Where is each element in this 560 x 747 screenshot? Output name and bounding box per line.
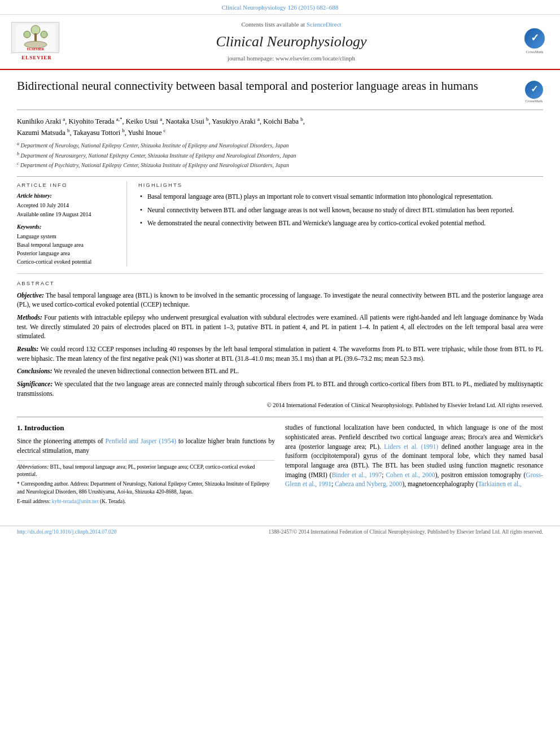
article-crossmark[interactable]: ✓ CrossMark (525, 81, 543, 104)
abstract-section: ABSTRACT Objective: The basal temporal l… (17, 273, 543, 410)
article-title-section: Bidirectional neural connectivity betwee… (17, 78, 543, 111)
intro-left-para: Since the pioneering attempts of Penfiel… (17, 436, 275, 455)
keyword-3: Posterior language area (17, 250, 119, 257)
keywords-label: Keywords: (17, 223, 119, 231)
abstract-significance: Significance: We speculated that the two… (17, 379, 543, 398)
keyword-4: Cortico-cortical evoked potential (17, 258, 119, 266)
highlight-item-2: Neural connectivity between BTL and othe… (138, 206, 543, 215)
available-date: Available online 19 August 2014 (17, 211, 119, 219)
crossmark-icon: ✓ (524, 28, 545, 49)
svg-point-4 (41, 31, 47, 38)
footnote-abbrev: Abbreviations: BTL, basal temporal langu… (17, 464, 275, 479)
elsevier-logo-image: ELSEVIER (11, 22, 59, 53)
keyword-2: Basal temporal language area (17, 241, 119, 249)
accepted-date: Accepted 10 July 2014 (17, 202, 119, 209)
intro-number: 1. (17, 423, 23, 432)
cohen-link[interactable]: Cohen et al., 2000 (386, 471, 435, 478)
article-title: Bidirectional neural connectivity betwee… (17, 78, 519, 94)
doi-link[interactable]: http://dx.doi.org/10.1016/j.clinph.2014.… (17, 528, 116, 536)
introduction-section: 1. Introduction Since the pioneering att… (17, 423, 543, 507)
email-link[interactable]: kyht-terada@unin.net (52, 499, 99, 504)
crossmark-badge-label: CrossMark (525, 99, 543, 104)
intro-right-para: studies of functional localization have … (285, 423, 543, 489)
cabeza-link[interactable]: Cabeza and Nyberg, 2000 (335, 480, 402, 487)
footer-bar: http://dx.doi.org/10.1016/j.clinph.2014.… (0, 526, 560, 538)
footnote-corresponding: * Corresponding author. Address: Departm… (17, 480, 275, 496)
intro-left: 1. Introduction Since the pioneering att… (17, 423, 275, 507)
article-info-label: ARTICLE INFO (17, 181, 119, 189)
abstract-results: Results: We could record 132 CCEP respon… (17, 344, 543, 363)
footnote-area: Abbreviations: BTL, basal temporal langu… (17, 460, 275, 506)
journal-center-info: Contents lists available at ScienceDirec… (62, 20, 520, 63)
svg-point-1 (31, 25, 40, 34)
crossmark-badge[interactable]: ✓ CrossMark (520, 28, 549, 55)
keyword-1: Language system (17, 233, 119, 241)
tarkiainen-link[interactable]: Tarkiainen et al., (478, 480, 522, 487)
highlights-label: HIGHLIGHTS (138, 181, 543, 189)
authors-section: Kunihiko Araki a, Kiyohito Terada a,*, K… (17, 116, 543, 138)
sciencedirect-link[interactable]: ScienceDirect (307, 21, 342, 28)
contents-line: Contents lists available at ScienceDirec… (62, 20, 520, 29)
svg-point-3 (24, 31, 30, 38)
authors-line: Kunihiko Araki a, Kiyohito Terada a,*, K… (17, 116, 543, 138)
abstract-methods: Methods: Four patients with intractable … (17, 313, 543, 341)
highlights-list: Basal temporal language area (BTL) plays… (138, 192, 543, 227)
crossmark-badge-icon: ✓ (525, 81, 543, 99)
journal-citation: Clinical Neurophysiology 126 (2015) 682–… (222, 4, 339, 11)
abstract-objective: Objective: The basal temporal language a… (17, 291, 543, 309)
svg-rect-2 (34, 33, 37, 41)
affiliation-c: c Department of Psychiatry, National Epi… (17, 160, 543, 169)
elsevier-logo: ELSEVIER ELSEVIER (11, 22, 62, 62)
info-highlights-section: ARTICLE INFO Article history: Accepted 1… (17, 181, 543, 267)
crossmark-label: CrossMark (526, 50, 543, 55)
elsevier-brand-text: ELSEVIER (11, 54, 62, 62)
affiliations: a Department of Neurology, National Epil… (17, 141, 543, 169)
footnote-email: E-mail address: kyht-terada@unin.net (K.… (17, 498, 275, 506)
journal-header: ELSEVIER ELSEVIER Contents lists availab… (0, 15, 560, 69)
article-info-col: ARTICLE INFO Article history: Accepted 1… (17, 181, 127, 267)
divider-1 (17, 176, 543, 177)
top-citation-bar: Clinical Neurophysiology 126 (2015) 682–… (0, 0, 560, 15)
footer-issn: 1388-2457/© 2014 International Federatio… (268, 528, 543, 536)
history-label: Article history: (17, 192, 119, 200)
affiliation-b: b Department of Neurosurgery, National E… (17, 151, 543, 160)
abstract-copyright: © 2014 International Federation of Clini… (17, 401, 543, 410)
journal-homepage: journal homepage: www.elsevier.com/locat… (62, 54, 520, 63)
liders-link[interactable]: Liders et al. (1991) (384, 443, 438, 450)
affiliation-a: a Department of Neurology, National Epil… (17, 141, 543, 150)
main-content: Bidirectional neural connectivity betwee… (0, 70, 560, 520)
divider-2 (17, 417, 543, 417)
penfield-link[interactable]: Penfield and Jasper (1954) (105, 438, 176, 444)
intro-title: 1. Introduction (17, 423, 275, 433)
highlights-col: HIGHLIGHTS Basal temporal language area … (138, 181, 543, 267)
intro-title-text: Introduction (24, 423, 64, 432)
journal-title-header: Clinical Neurophysiology (62, 32, 520, 52)
abstract-label: ABSTRACT (17, 279, 543, 287)
highlight-item-1: Basal temporal language area (BTL) plays… (138, 192, 543, 201)
intro-right: studies of functional localization have … (285, 423, 543, 507)
svg-text:ELSEVIER: ELSEVIER (27, 47, 44, 51)
highlight-item-3: We demonstrated the neural connectivity … (138, 219, 543, 228)
abstract-conclusions: Conclusions: We revealed the uneven bidi… (17, 366, 543, 376)
binder-link[interactable]: Binder et al., 1997 (332, 471, 382, 478)
